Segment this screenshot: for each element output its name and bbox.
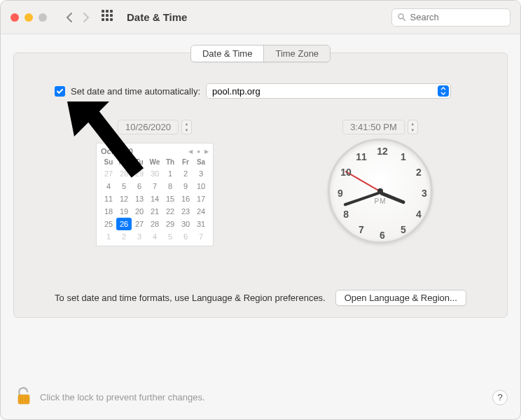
calendar-day[interactable]: 23 — [178, 205, 193, 218]
cal-next-icon[interactable]: ▶ — [204, 148, 209, 155]
auto-set-checkbox[interactable] — [55, 86, 65, 97]
calendar-day[interactable]: 27 — [132, 218, 147, 230]
calendar-day[interactable]: 30 — [178, 218, 193, 230]
clock-numeral: 1 — [401, 151, 406, 162]
calendar-day[interactable]: 11 — [101, 192, 116, 205]
calendar-day[interactable]: 1 — [162, 167, 178, 180]
search-field[interactable] — [391, 8, 510, 27]
footer-text: Click the lock to prevent further change… — [40, 392, 492, 402]
calendar[interactable]: Oct 2020 ◀ ● ▶ SuMoTuWeThFrSa27282930123… — [96, 143, 214, 246]
time-input[interactable]: 3:41:50 PM — [342, 120, 405, 134]
format-label: To set date and time formats, use Langua… — [55, 293, 326, 303]
help-button[interactable]: ? — [492, 390, 508, 405]
date-stepper-buttons[interactable]: ▲▼ — [181, 120, 192, 134]
traffic-lights — [11, 13, 47, 22]
calendar-day[interactable]: 2 — [116, 230, 132, 243]
calendar-day[interactable]: 25 — [101, 218, 116, 230]
date-stepper[interactable]: 10/26/2020 ▲▼ — [118, 120, 192, 134]
calendar-day[interactable]: 6 — [178, 230, 193, 243]
calendar-day[interactable]: 3 — [193, 167, 209, 180]
calendar-day[interactable]: 5 — [162, 230, 178, 243]
back-button[interactable] — [61, 9, 78, 26]
clock-numeral: 4 — [416, 209, 422, 220]
cal-prev-icon[interactable]: ◀ — [188, 148, 193, 155]
calendar-day[interactable]: 26 — [116, 218, 132, 230]
minimize-window-button[interactable] — [25, 13, 33, 22]
calendar-day[interactable]: 22 — [162, 205, 178, 218]
tab-date-time[interactable]: Date & Time — [191, 46, 265, 62]
footer: Click the lock to prevent further change… — [16, 386, 508, 408]
calendar-day[interactable]: 21 — [147, 205, 162, 218]
clock-numeral: 2 — [416, 167, 422, 178]
calendar-dow: Sa — [193, 157, 209, 167]
calendar-day[interactable]: 24 — [193, 205, 209, 218]
calendar-day[interactable]: 31 — [193, 218, 209, 230]
calendar-day[interactable]: 13 — [132, 192, 147, 205]
time-stepper[interactable]: 3:41:50 PM ▲▼ — [342, 120, 418, 134]
calendar-day[interactable]: 19 — [116, 205, 132, 218]
calendar-day[interactable]: 30 — [147, 167, 162, 180]
calendar-day[interactable]: 4 — [101, 180, 116, 192]
zoom-window-button[interactable] — [39, 13, 47, 22]
calendar-day[interactable]: 10 — [193, 180, 209, 192]
calendar-nav[interactable]: ◀ ● ▶ — [188, 148, 209, 155]
clock-numeral: 3 — [422, 188, 427, 199]
calendar-day[interactable]: 3 — [132, 230, 147, 243]
calendar-day[interactable]: 17 — [193, 192, 209, 205]
forward-button[interactable] — [78, 9, 95, 26]
clock-numeral: 10 — [340, 167, 352, 178]
ntp-dropdown-button[interactable] — [438, 85, 449, 97]
auto-set-label: Set date and time automatically: — [71, 86, 200, 97]
calendar-day[interactable]: 29 — [132, 167, 147, 180]
calendar-day[interactable]: 8 — [162, 180, 178, 192]
auto-set-row: Set date and time automatically: — [55, 83, 486, 99]
clock-numeral: 5 — [401, 224, 406, 235]
cal-today-icon[interactable]: ● — [197, 148, 200, 155]
ntp-server-input[interactable] — [212, 86, 438, 97]
analog-clock: PM 123456789101112 — [328, 139, 433, 244]
calendar-day[interactable]: 18 — [101, 205, 116, 218]
calendar-day[interactable]: 20 — [132, 205, 147, 218]
calendar-day[interactable]: 4 — [147, 230, 162, 243]
calendar-day[interactable]: 9 — [178, 180, 193, 192]
time-stepper-buttons[interactable]: ▲▼ — [408, 120, 418, 134]
date-input[interactable]: 10/26/2020 — [118, 120, 179, 134]
calendar-dow: We — [147, 157, 162, 167]
calendar-day[interactable]: 29 — [162, 218, 178, 230]
format-row: To set date and time formats, use Langua… — [14, 290, 507, 306]
prefs-window: Date & Time Date & Time Time Zone Set da… — [0, 0, 521, 420]
calendar-day[interactable]: 28 — [116, 167, 132, 180]
calendar-day[interactable]: 6 — [132, 180, 147, 192]
svg-rect-2 — [18, 395, 29, 404]
calendar-day[interactable]: 16 — [178, 192, 193, 205]
content-panel: Date & Time Time Zone Set date and time … — [13, 52, 508, 318]
calendar-day[interactable]: 14 — [147, 192, 162, 205]
tab-time-zone[interactable]: Time Zone — [264, 46, 330, 62]
show-all-icon[interactable] — [102, 10, 117, 25]
search-input[interactable] — [410, 12, 505, 22]
close-window-button[interactable] — [11, 13, 19, 22]
lock-icon[interactable] — [16, 386, 32, 408]
chevrons-icon — [440, 87, 446, 95]
calendar-day[interactable]: 7 — [193, 230, 209, 243]
clock-ampm-label: PM — [375, 197, 387, 205]
search-icon — [398, 13, 406, 22]
calendar-dow: Su — [101, 157, 116, 167]
ntp-server-field[interactable] — [206, 83, 451, 99]
titlebar: Date & Time — [1, 1, 520, 34]
tab-group: Date & Time Time Zone — [14, 45, 507, 62]
calendar-day[interactable]: 15 — [162, 192, 178, 205]
svg-line-1 — [403, 18, 405, 20]
clock-numeral: 11 — [356, 151, 367, 162]
calendar-day[interactable]: 28 — [147, 218, 162, 230]
calendar-dow: Tu — [132, 157, 147, 167]
calendar-day[interactable]: 5 — [116, 180, 132, 192]
calendar-day[interactable]: 2 — [178, 167, 193, 180]
calendar-day[interactable]: 1 — [101, 230, 116, 243]
calendar-day[interactable]: 7 — [147, 180, 162, 192]
calendar-day[interactable]: 12 — [116, 192, 132, 205]
calendar-day[interactable]: 27 — [101, 167, 116, 180]
clock-numeral: 9 — [338, 188, 343, 199]
calendar-dow: Fr — [178, 157, 193, 167]
open-language-region-button[interactable]: Open Language & Region... — [335, 290, 466, 306]
